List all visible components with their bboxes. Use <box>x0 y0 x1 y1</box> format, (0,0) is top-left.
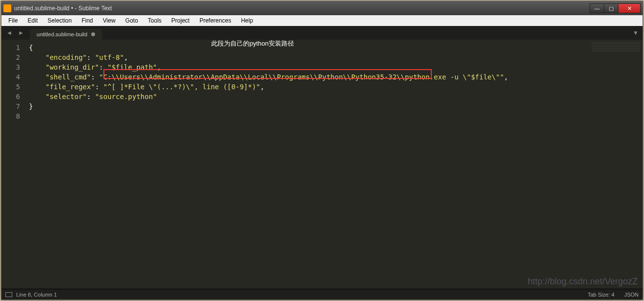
line-number: 8 <box>1 111 20 121</box>
code-editor[interactable]: { "encoding": "utf-8", "working_dir": "$… <box>25 40 584 289</box>
line-gutter: 1 2 3 4 5 6 7 8 <box>1 40 25 289</box>
line-number: 5 <box>1 82 20 92</box>
minimize-button[interactable]: ― <box>590 3 604 13</box>
tab-nav-back-icon[interactable]: ◄ <box>3 29 15 36</box>
dirty-indicator-icon <box>91 32 95 36</box>
menu-selection[interactable]: Selection <box>43 16 76 25</box>
minimap-content <box>592 42 641 51</box>
menu-file[interactable]: File <box>3 16 23 25</box>
menu-preferences[interactable]: Preferences <box>195 16 236 25</box>
tabbar: ◄ ► untitled.sublime-build ▼ <box>1 26 643 40</box>
tab-active[interactable]: untitled.sublime-build <box>30 29 102 40</box>
tab-dropdown-icon[interactable]: ▼ <box>633 29 639 36</box>
menu-view[interactable]: View <box>98 16 121 25</box>
window-controls: ― ▢ ✕ <box>590 3 641 13</box>
status-panel-icon[interactable] <box>5 292 12 297</box>
app-icon <box>3 4 11 12</box>
line-number: 2 <box>1 52 20 62</box>
app-window: untitled.sublime-build • - Sublime Text … <box>1 1 643 300</box>
syntax-mode[interactable]: JSON <box>624 292 639 298</box>
editor-area: 1 2 3 4 5 6 7 8 { "encoding": "utf-8", "… <box>1 40 643 289</box>
line-number: 7 <box>1 101 20 111</box>
tab-nav-forward-icon[interactable]: ► <box>15 29 27 36</box>
menubar: File Edit Selection Find View Goto Tools… <box>1 15 643 26</box>
tab-label: untitled.sublime-build <box>37 31 87 37</box>
menu-help[interactable]: Help <box>236 16 258 25</box>
line-number: 4 <box>1 72 20 82</box>
tab-size[interactable]: Tab Size: 4 <box>588 292 614 298</box>
minimap[interactable] <box>584 40 643 289</box>
menu-find[interactable]: Find <box>76 16 98 25</box>
menu-tools[interactable]: Tools <box>143 16 167 25</box>
line-number: 6 <box>1 92 20 101</box>
window-title: untitled.sublime-build • - Sublime Text <box>14 5 590 12</box>
line-number: 3 <box>1 62 20 72</box>
annotation-text: 此段为自己的python安装路径 <box>211 40 294 49</box>
menu-edit[interactable]: Edit <box>23 16 43 25</box>
menu-project[interactable]: Project <box>167 16 195 25</box>
statusbar: Line 8, Column 1 Tab Size: 4 JSON <box>1 289 643 300</box>
close-button[interactable]: ✕ <box>618 3 641 13</box>
line-number: 1 <box>1 43 20 52</box>
maximize-button[interactable]: ▢ <box>604 3 619 13</box>
titlebar: untitled.sublime-build • - Sublime Text … <box>1 1 643 15</box>
menu-goto[interactable]: Goto <box>121 16 143 25</box>
cursor-position[interactable]: Line 8, Column 1 <box>16 292 57 298</box>
